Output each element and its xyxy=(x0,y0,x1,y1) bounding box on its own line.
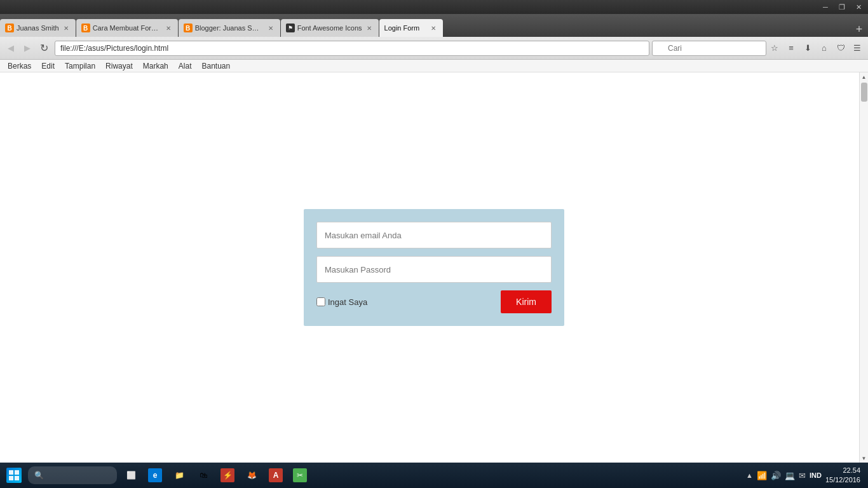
clock-time: 22.54 xyxy=(825,466,860,475)
remember-text: Ingat Saya xyxy=(328,297,367,307)
svg-rect-1 xyxy=(15,470,19,475)
taskbar-app-acrobat[interactable]: A xyxy=(264,464,287,487)
title-bar: ─ ❐ ✕ xyxy=(0,0,868,14)
menu-item-tampilan[interactable]: Tampilan xyxy=(60,60,100,72)
login-form: Ingat Saya Kirim xyxy=(304,209,564,326)
reload-button[interactable]: ↻ xyxy=(36,40,52,57)
scrollbar[interactable]: ▲ ▼ xyxy=(859,72,868,463)
nav-bar: ◀ ▶ ↻ 🔍 ☆ ≡ ⬇ ⌂ 🛡 ☰ xyxy=(0,37,868,60)
taskbar-app-explorer[interactable]: 📁 xyxy=(168,464,191,487)
new-tab-button[interactable]: + xyxy=(850,22,868,37)
maximize-button[interactable]: ❐ xyxy=(834,1,850,13)
tab-favicon: B xyxy=(184,24,193,32)
remember-label[interactable]: Ingat Saya xyxy=(316,297,367,307)
tab-tab3[interactable]: BBlogger: Juanas Smith - T...✕ xyxy=(179,19,280,37)
back-button[interactable]: ◀ xyxy=(3,40,19,57)
close-button[interactable]: ✕ xyxy=(850,1,867,13)
store-icon: 🛍 xyxy=(196,468,210,482)
message-icon[interactable]: ✉ xyxy=(799,471,806,480)
tab-tab1[interactable]: BJuanas Smith✕ xyxy=(0,19,76,37)
tab-bar: BJuanas Smith✕BCara Membuat Form Bead...… xyxy=(0,14,868,37)
edge-icon: e xyxy=(148,468,162,482)
menu-item-edit[interactable]: Edit xyxy=(36,60,60,72)
volume-icon[interactable]: 🔊 xyxy=(771,471,781,480)
tab-close-button[interactable]: ✕ xyxy=(429,24,438,32)
svg-rect-3 xyxy=(15,476,19,480)
remember-checkbox[interactable] xyxy=(316,297,325,306)
taskbar-app-task-view[interactable]: ⬜ xyxy=(119,464,142,487)
taskbar-app-store[interactable]: 🛍 xyxy=(192,464,215,487)
show-hidden-icon[interactable]: ▲ xyxy=(746,471,753,479)
explorer-icon: 📁 xyxy=(172,468,186,482)
greenshot-icon: ✂ xyxy=(293,468,307,482)
network-icon[interactable]: 📶 xyxy=(757,471,767,480)
menu-item-alat[interactable]: Alat xyxy=(173,60,197,72)
firefox-icon: 🦊 xyxy=(245,468,259,482)
taskbar-search[interactable]: 🔍 xyxy=(28,466,117,484)
tab-tab2[interactable]: BCara Membuat Form Bead...✕ xyxy=(76,19,178,37)
bookmark-icon[interactable]: ☆ xyxy=(767,41,782,56)
tab-tab4[interactable]: ⚑Font Awesome Icons✕ xyxy=(281,19,379,37)
home-icon[interactable]: ⌂ xyxy=(817,41,832,56)
tab-close-button[interactable]: ✕ xyxy=(62,24,71,32)
tab-close-button[interactable]: ✕ xyxy=(365,24,374,32)
svg-rect-0 xyxy=(9,470,13,475)
submit-button[interactable]: Kirim xyxy=(501,290,552,313)
taskbar-app-filezilla[interactable]: ⚡ xyxy=(216,464,239,487)
windows-icon xyxy=(6,468,22,483)
language-indicator: IND xyxy=(810,471,822,479)
tab-label: Font Awesome Icons xyxy=(297,24,362,32)
clock-date: 15/12/2016 xyxy=(825,475,860,485)
minimize-button[interactable]: ─ xyxy=(817,1,834,13)
scroll-thumb[interactable] xyxy=(861,83,867,102)
tab-favicon: B xyxy=(81,24,90,32)
menu-item-bantuan[interactable]: Bantuan xyxy=(196,60,235,72)
taskbar: 🔍 ⬜e📁🛍⚡🦊A✂ ▲ 📶 🔊 💻 ✉ IND 22.54 15/12/201… xyxy=(0,463,868,488)
tab-label: Login Form xyxy=(384,24,426,32)
taskbar-app-firefox[interactable]: 🦊 xyxy=(240,464,263,487)
scroll-down-arrow[interactable]: ▼ xyxy=(860,454,869,463)
taskbar-app-edge[interactable]: e xyxy=(144,464,166,487)
tab-close-button[interactable]: ✕ xyxy=(266,24,275,32)
menu-icon[interactable]: ☰ xyxy=(850,41,865,56)
svg-rect-2 xyxy=(9,476,13,480)
start-button[interactable] xyxy=(3,464,25,487)
tab-label: Cara Membuat Form Bead... xyxy=(93,24,161,32)
password-field[interactable] xyxy=(316,256,552,283)
task-view-icon: ⬜ xyxy=(124,468,138,482)
browser-content: Ingat Saya Kirim ▲ ▼ xyxy=(0,72,868,463)
filezilla-icon: ⚡ xyxy=(220,468,234,482)
email-field[interactable] xyxy=(316,222,552,248)
taskbar-right: ▲ 📶 🔊 💻 ✉ IND 22.54 15/12/2016 xyxy=(746,466,865,485)
taskbar-app-greenshot[interactable]: ✂ xyxy=(288,464,311,487)
address-bar[interactable] xyxy=(55,41,649,56)
tab-close-button[interactable]: ✕ xyxy=(164,24,173,32)
tab-favicon: ⚑ xyxy=(286,24,295,32)
forward-button[interactable]: ▶ xyxy=(19,40,36,57)
menu-item-markah[interactable]: Markah xyxy=(138,60,173,72)
search-input[interactable] xyxy=(652,41,766,56)
reader-icon[interactable]: ≡ xyxy=(783,41,799,56)
tab-label: Blogger: Juanas Smith - T... xyxy=(195,24,264,32)
download-icon[interactable]: ⬇ xyxy=(800,41,815,56)
taskbar-search-icon: 🔍 xyxy=(34,471,44,480)
taskbar-clock: 22.54 15/12/2016 xyxy=(825,466,860,485)
shield-icon[interactable]: 🛡 xyxy=(833,41,848,56)
menu-item-riwayat[interactable]: Riwayat xyxy=(100,60,138,72)
tab-tab5[interactable]: Login Form✕ xyxy=(379,19,443,37)
menu-item-berkas[interactable]: Berkas xyxy=(3,60,36,72)
laptop-icon[interactable]: 💻 xyxy=(785,471,795,480)
login-actions-row: Ingat Saya Kirim xyxy=(316,290,552,313)
tab-label: Juanas Smith xyxy=(17,24,59,32)
scroll-up-arrow[interactable]: ▲ xyxy=(860,72,869,81)
tab-favicon: B xyxy=(5,24,14,32)
menu-bar: BerkasEditTampilanRiwayatMarkahAlatBantu… xyxy=(0,60,868,72)
acrobat-icon: A xyxy=(269,468,283,482)
